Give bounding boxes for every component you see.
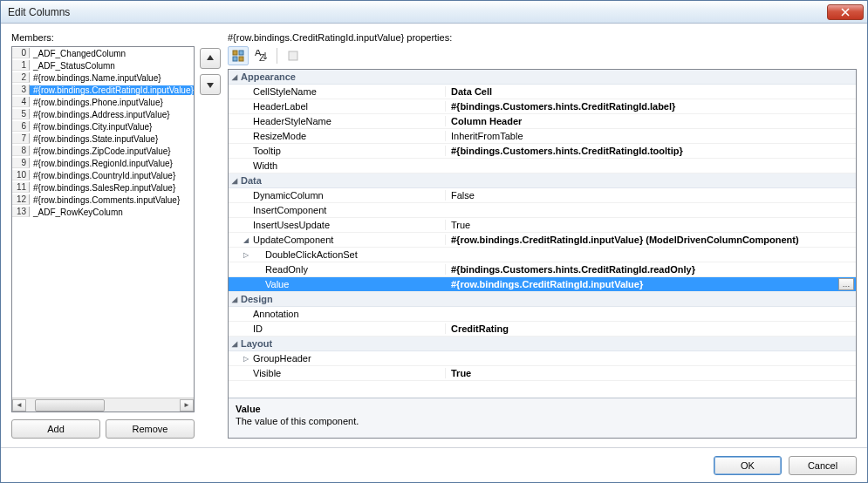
property-name: GroupHeader <box>251 353 445 364</box>
property-value[interactable]: #{bindings.Customers.hints.CreditRatingI… <box>445 264 856 275</box>
member-index: 9 <box>12 158 30 168</box>
property-name: Tooltip <box>251 146 445 156</box>
member-row[interactable]: 6#{row.bindings.City.inputValue} <box>12 120 194 133</box>
property-row[interactable]: ◢UpdateComponent#{row.bindings.CreditRat… <box>229 233 856 248</box>
member-index: 4 <box>12 97 30 107</box>
svg-rect-2 <box>233 57 237 61</box>
member-row[interactable]: 2#{row.bindings.Name.inputValue} <box>12 71 194 84</box>
member-index: 5 <box>12 109 30 119</box>
alphabetical-button[interactable]: AZ <box>250 46 271 65</box>
svg-rect-3 <box>239 57 243 61</box>
member-name: #{row.bindings.State.inputValue} <box>30 134 194 144</box>
category-name: Appearance <box>241 71 296 82</box>
titlebar: Edit Columns <box>1 1 867 24</box>
category-name: Data <box>241 175 262 186</box>
scroll-left-button[interactable]: ◄ <box>12 399 26 412</box>
cancel-button[interactable]: Cancel <box>789 456 857 475</box>
collapse-icon: ◢ <box>229 177 241 185</box>
category-row[interactable]: ◢Data <box>229 173 856 188</box>
property-row[interactable]: ReadOnly#{bindings.Customers.hints.Credi… <box>229 262 856 277</box>
scroll-right-button[interactable]: ► <box>180 399 194 412</box>
member-name: #{row.bindings.Name.inputValue} <box>30 73 194 83</box>
member-index: 1 <box>12 60 30 71</box>
property-name: CellStyleName <box>251 86 445 97</box>
property-row[interactable]: HeaderLabel#{bindings.Customers.hints.Cr… <box>229 99 856 114</box>
property-value[interactable]: #{row.bindings.CreditRatingId.inputValue… <box>445 279 838 289</box>
members-hscroll[interactable]: ◄ ► <box>12 398 194 412</box>
property-value[interactable]: InheritFromTable <box>445 131 856 141</box>
property-name: HeaderStyleName <box>251 116 445 126</box>
expand-icon[interactable]: ▷ <box>241 251 251 259</box>
member-index: 11 <box>12 182 30 193</box>
property-row[interactable]: InsertUsesUpdateTrue <box>229 218 856 233</box>
member-row[interactable]: 0_ADF_ChangedColumn <box>12 47 194 59</box>
property-value[interactable]: False <box>445 190 856 201</box>
ellipsis-button[interactable]: … <box>838 278 854 290</box>
member-row[interactable]: 8#{row.bindings.ZipCode.inputValue} <box>12 145 194 157</box>
property-value[interactable]: #{row.bindings.CreditRatingId.inputValue… <box>445 235 856 245</box>
property-value[interactable]: #{bindings.Customers.hints.CreditRatingI… <box>445 101 856 112</box>
property-row[interactable]: ResizeModeInheritFromTable <box>229 129 856 144</box>
property-row[interactable]: InsertComponent <box>229 203 856 218</box>
property-row[interactable]: ▷GroupHeader <box>229 351 856 366</box>
expand-icon[interactable]: ◢ <box>241 236 251 244</box>
description-title: Value <box>236 404 849 414</box>
scroll-track[interactable] <box>26 399 180 412</box>
property-row[interactable]: Tooltip#{bindings.Customers.hints.Credit… <box>229 144 856 159</box>
property-pages-button[interactable] <box>283 46 304 65</box>
arrow-up-icon <box>206 54 215 63</box>
property-grid[interactable]: ◢AppearanceCellStyleNameData CellHeaderL… <box>228 69 857 439</box>
member-row[interactable]: 11#{row.bindings.SalesRep.inputValue} <box>12 181 194 194</box>
property-value[interactable]: True <box>445 220 856 230</box>
member-name: #{row.bindings.Address.inputValue} <box>30 110 194 119</box>
move-down-button[interactable] <box>200 74 221 95</box>
property-row[interactable]: Width <box>229 159 856 173</box>
property-value[interactable]: Data Cell <box>445 86 856 97</box>
member-name: #{row.bindings.SalesRep.inputValue} <box>30 183 194 193</box>
property-value[interactable]: CreditRating <box>445 323 856 334</box>
category-row[interactable]: ◢Design <box>229 292 856 307</box>
expand-icon[interactable]: ▷ <box>241 355 251 363</box>
member-row[interactable]: 10#{row.bindings.CountryId.inputValue} <box>12 169 194 181</box>
member-index: 8 <box>12 146 30 156</box>
property-value[interactable]: True <box>445 368 856 378</box>
property-row[interactable]: DynamicColumnFalse <box>229 188 856 203</box>
property-row[interactable]: Value#{row.bindings.CreditRatingId.input… <box>229 277 856 292</box>
member-row[interactable]: 13_ADF_RowKeyColumn <box>12 206 194 218</box>
close-button[interactable] <box>827 4 864 20</box>
category-row[interactable]: ◢Layout <box>229 337 856 351</box>
member-row[interactable]: 9#{row.bindings.RegionId.inputValue} <box>12 157 194 169</box>
property-row[interactable]: IDCreditRating <box>229 322 856 337</box>
property-row[interactable]: Annotation <box>229 307 856 322</box>
ok-button[interactable]: OK <box>714 456 782 475</box>
property-value[interactable]: Column Header <box>445 116 856 126</box>
member-row[interactable]: 3#{row.bindings.CreditRatingId.inputValu… <box>12 84 194 96</box>
property-value[interactable]: #{bindings.Customers.hints.CreditRatingI… <box>445 146 856 156</box>
members-list[interactable]: 0_ADF_ChangedColumn1_ADF_StatusColumn2#{… <box>11 46 195 412</box>
member-row[interactable]: 12#{row.bindings.Comments.inputValue} <box>12 194 194 206</box>
close-icon <box>841 8 850 17</box>
categorized-button[interactable] <box>228 46 249 65</box>
property-row[interactable]: ▷DoubleClickActionSet <box>229 248 856 262</box>
member-name: _ADF_RowKeyColumn <box>30 207 194 217</box>
property-name: ID <box>251 323 445 334</box>
properties-toolbar: AZ <box>228 46 857 65</box>
property-name: Visible <box>251 368 445 378</box>
member-row[interactable]: 7#{row.bindings.State.inputValue} <box>12 133 194 145</box>
remove-button[interactable]: Remove <box>106 419 195 439</box>
page-icon <box>287 50 299 62</box>
member-row[interactable]: 1_ADF_StatusColumn <box>12 59 194 71</box>
scroll-thumb[interactable] <box>35 399 105 412</box>
category-row[interactable]: ◢Appearance <box>229 70 856 85</box>
property-row[interactable]: CellStyleNameData Cell <box>229 85 856 99</box>
members-label: Members: <box>11 32 195 43</box>
category-name: Layout <box>241 338 272 349</box>
member-name: #{row.bindings.Phone.inputValue} <box>30 98 194 107</box>
property-row[interactable]: HeaderStyleNameColumn Header <box>229 114 856 129</box>
property-row[interactable]: VisibleTrue <box>229 366 856 381</box>
property-name: DoubleClickActionSet <box>251 249 445 260</box>
member-row[interactable]: 4#{row.bindings.Phone.inputValue} <box>12 96 194 108</box>
member-row[interactable]: 5#{row.bindings.Address.inputValue} <box>12 108 194 120</box>
move-up-button[interactable] <box>200 48 221 69</box>
add-button[interactable]: Add <box>11 419 100 439</box>
